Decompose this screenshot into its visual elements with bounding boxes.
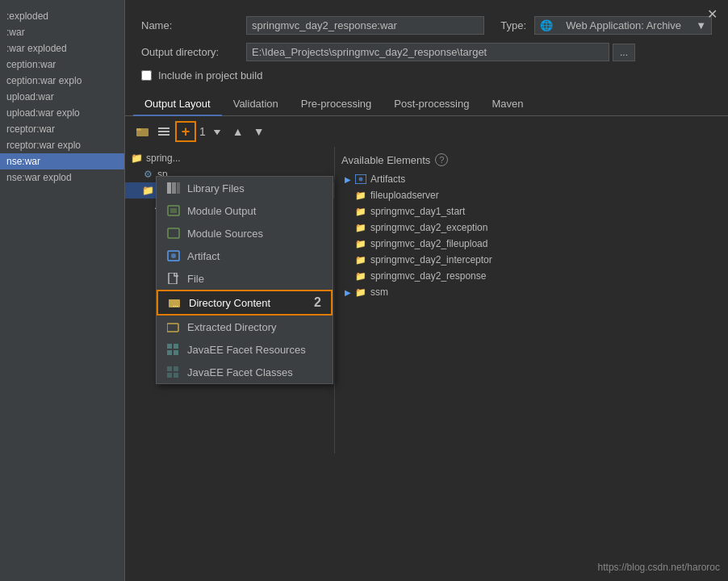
move-down-btn[interactable]: ▼ bbox=[249, 122, 269, 141]
avail-item-fileuploadserver[interactable]: ▶ 📁 fileuploadserver bbox=[341, 187, 722, 203]
sidebar-item-0[interactable]: :exploded bbox=[0, 8, 124, 24]
tab-validation[interactable]: Validation bbox=[222, 93, 290, 116]
avail-icon-springmvc-day2-exception: 📁 bbox=[354, 221, 367, 234]
avail-arrow-springmvc-day2-response: ▶ bbox=[345, 272, 351, 281]
directory-content-icon: … bbox=[168, 295, 182, 310]
name-label: Name: bbox=[141, 19, 246, 31]
available-elements-header: Available Elements ? bbox=[341, 153, 722, 166]
svg-rect-21 bbox=[174, 344, 178, 349]
avail-item-springmvc-day2-response[interactable]: ▶ 📁 springmvc_day2_response bbox=[341, 268, 722, 284]
dropdown-file[interactable]: File bbox=[157, 267, 333, 290]
avail-icon-artifacts bbox=[354, 173, 367, 186]
sidebar-item-9[interactable]: nse:war bbox=[0, 153, 124, 169]
dropdown-library-files[interactable]: Library Files bbox=[157, 177, 333, 199]
avail-item-springmvc-day1[interactable]: ▶ 📁 springmvc_day1_start bbox=[341, 203, 722, 219]
output-dir-input[interactable] bbox=[246, 43, 609, 61]
dropdown-artifact-label: Artifact bbox=[187, 250, 220, 262]
avail-icon-fileuploadserver: 📁 bbox=[354, 189, 367, 202]
form-area: Name: Type: 🌐 Web Application: Archive ▼… bbox=[125, 0, 728, 82]
tab-maven[interactable]: Maven bbox=[480, 93, 534, 116]
toolbar: + 1 ▲ ▼ bbox=[125, 116, 728, 147]
avail-arrow-artifacts: ▶ bbox=[345, 175, 351, 184]
file-icon bbox=[166, 271, 181, 286]
include-checkbox[interactable] bbox=[141, 70, 152, 81]
sidebar-item-10[interactable]: nse:war explod bbox=[0, 169, 124, 186]
avail-icon-ssm: 📁 bbox=[354, 286, 367, 299]
sidebar-item-4[interactable]: ception:war explo bbox=[0, 73, 124, 89]
javaee-resources-icon bbox=[166, 342, 181, 357]
sidebar-item-3[interactable]: ception:war bbox=[0, 56, 124, 73]
add-button[interactable]: + bbox=[175, 121, 196, 142]
sort-icon bbox=[211, 125, 224, 138]
dropdown-javaee-resources[interactable]: JavaEE Facet Resources bbox=[157, 338, 333, 361]
svg-rect-3 bbox=[158, 131, 169, 132]
dropdown-directory-content-label: Directory Content bbox=[189, 297, 270, 309]
avail-label-fileuploadserver: fileuploadserver bbox=[370, 190, 439, 201]
svg-rect-24 bbox=[167, 366, 172, 371]
svg-rect-15 bbox=[169, 273, 177, 284]
avail-arrow-springmvc-day2-fileupload: ▶ bbox=[345, 240, 351, 249]
type-container: Type: 🌐 Web Application: Archive ▼ bbox=[500, 16, 712, 35]
num2-badge: 2 bbox=[314, 295, 321, 310]
content-area: 📁 spring... ⚙ sp... 📁 fo... ...exploded … bbox=[125, 147, 728, 454]
tab-postprocessing[interactable]: Post-processing bbox=[383, 93, 480, 116]
name-input[interactable] bbox=[246, 16, 484, 35]
svg-rect-1 bbox=[136, 128, 141, 131]
sidebar-item-8[interactable]: rceptor:war explo bbox=[0, 137, 124, 153]
available-elements-panel: Available Elements ? ▶ Artifacts ▶ 📁 fil… bbox=[335, 147, 728, 454]
dropdown-library-files-label: Library Files bbox=[187, 182, 245, 194]
watermark: https://blog.csdn.net/haroroc bbox=[598, 562, 720, 573]
sidebar-item-1[interactable]: :war bbox=[0, 24, 124, 40]
svg-rect-20 bbox=[167, 344, 172, 349]
type-select-value: Web Application: Archive bbox=[566, 19, 681, 31]
type-select[interactable]: 🌐 Web Application: Archive ▼ bbox=[534, 16, 712, 35]
help-icon[interactable]: ? bbox=[435, 153, 448, 166]
sidebar-item-6[interactable]: upload:war explo bbox=[0, 105, 124, 121]
browse-button[interactable]: ... bbox=[613, 44, 635, 61]
name-row: Name: Type: 🌐 Web Application: Archive ▼ bbox=[141, 16, 712, 35]
include-checkbox-row: Include in project build bbox=[141, 69, 712, 82]
tabs-bar: Output Layout Validation Pre-processing … bbox=[125, 93, 728, 116]
module-output-icon bbox=[166, 203, 181, 218]
tree-item-0[interactable]: 📁 spring... bbox=[125, 150, 334, 166]
tab-output-layout[interactable]: Output Layout bbox=[133, 93, 222, 116]
tab-preprocessing[interactable]: Pre-processing bbox=[290, 93, 383, 116]
sidebar-item-7[interactable]: rceptor:war bbox=[0, 121, 124, 137]
library-files-icon bbox=[166, 181, 181, 195]
move-up-btn[interactable]: ▲ bbox=[228, 122, 248, 141]
dropdown-extracted-directory[interactable]: Extracted Directory bbox=[157, 316, 333, 338]
sidebar-item-2[interactable]: :war exploded bbox=[0, 40, 124, 56]
svg-rect-7 bbox=[167, 182, 171, 194]
close-button[interactable]: ✕ bbox=[704, 6, 720, 23]
list-toolbar-icon bbox=[157, 126, 170, 137]
svg-rect-23 bbox=[174, 350, 178, 355]
avail-label-springmvc-day2-interceptor: springmvc_day2_interceptor bbox=[370, 254, 492, 265]
dropdown-directory-content[interactable]: … Directory Content 2 bbox=[157, 290, 333, 316]
dropdown-javaee-classes-label: JavaEE Facet Classes bbox=[187, 366, 293, 378]
number1-badge: 1 bbox=[199, 125, 206, 138]
avail-label-ssm: ssm bbox=[370, 286, 388, 298]
svg-point-29 bbox=[359, 178, 363, 182]
avail-icon-springmvc-day2-interceptor: 📁 bbox=[354, 253, 367, 266]
move-sort-btn[interactable] bbox=[207, 122, 227, 141]
output-dir-row: Output directory: ... bbox=[141, 43, 712, 61]
avail-item-ssm[interactable]: ▶ 📁 ssm bbox=[341, 284, 722, 300]
dropdown-module-sources[interactable]: Module Sources bbox=[157, 222, 333, 245]
list-toolbar-btn[interactable] bbox=[154, 122, 174, 141]
avail-item-artifacts[interactable]: ▶ Artifacts bbox=[341, 171, 722, 187]
type-select-icon: 🌐 bbox=[540, 19, 553, 31]
avail-item-springmvc-day2-interceptor[interactable]: ▶ 📁 springmvc_day2_interceptor bbox=[341, 252, 722, 268]
avail-item-springmvc-day2-exception[interactable]: ▶ 📁 springmvc_day2_exception bbox=[341, 219, 722, 236]
avail-item-springmvc-day2-fileupload[interactable]: ▶ 📁 springmvc_day2_fileupload bbox=[341, 236, 722, 252]
svg-rect-27 bbox=[174, 373, 178, 378]
dropdown-module-output[interactable]: Module Output bbox=[157, 199, 333, 222]
include-label: Include in project build bbox=[158, 69, 262, 82]
sidebar-item-5[interactable]: upload:war bbox=[0, 89, 124, 105]
avail-icon-springmvc-day2-fileupload: 📁 bbox=[354, 237, 367, 250]
folder-toolbar-btn[interactable] bbox=[133, 122, 153, 141]
dropdown-artifact[interactable]: Artifact bbox=[157, 245, 333, 267]
dropdown-javaee-classes[interactable]: JavaEE Facet Classes bbox=[157, 361, 333, 383]
dropdown-module-sources-label: Module Sources bbox=[187, 228, 263, 240]
avail-label-artifacts: Artifacts bbox=[370, 173, 405, 185]
svg-text:…: … bbox=[173, 302, 178, 307]
